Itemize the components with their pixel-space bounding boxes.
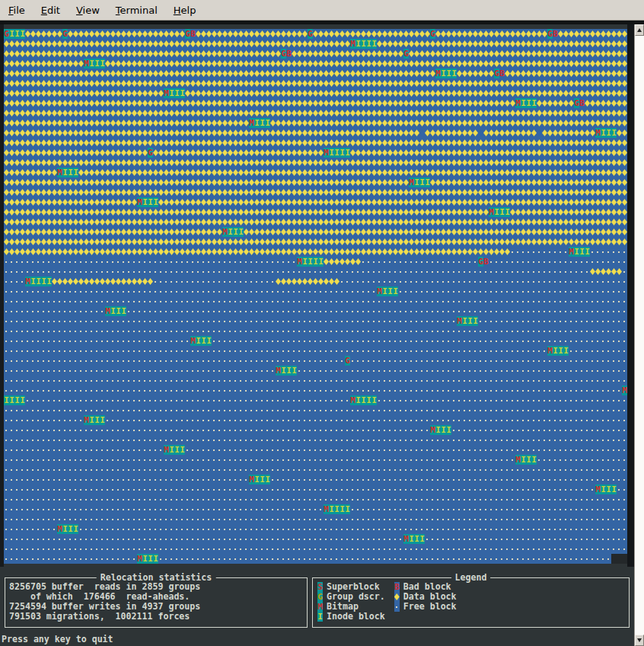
map-row — [4, 494, 627, 504]
map-row: MIII — [4, 88, 627, 98]
map-row: MIII — [4, 445, 627, 455]
map-row: MIIII — [4, 39, 627, 49]
map-row: MIII — [4, 484, 627, 494]
menu-bar: FileEditViewTerminalHelp — [0, 0, 644, 21]
map-row: MIII — [4, 306, 627, 316]
legend-panel: Legend SSuperblockGGroup dscr.MBitmapIIn… — [312, 577, 630, 628]
map-row: MIII — [4, 227, 627, 237]
legend-chip: B — [394, 582, 400, 592]
legend-chip: S — [317, 582, 323, 592]
legend-item-inode-block: IInode block — [317, 612, 385, 622]
map-row — [4, 78, 627, 88]
map-row: MIIIGB — [4, 69, 627, 78]
scroll-up-icon — [637, 28, 642, 32]
menu-item-help[interactable]: Help — [171, 3, 199, 18]
map-row: MIII — [4, 177, 627, 187]
scroll-down-button[interactable] — [635, 635, 644, 646]
legend-chip — [394, 602, 400, 612]
map-row: MIII — [4, 534, 627, 544]
map-row: MIIIIGB — [4, 257, 627, 267]
map-row: MIII — [4, 118, 627, 128]
legend-item-free-block: Free block — [394, 602, 457, 612]
map-row — [4, 267, 627, 277]
map-row — [4, 138, 627, 148]
legend-chip: M — [317, 602, 323, 612]
map-row: MIIIGB — [4, 98, 627, 108]
map-row — [4, 108, 627, 118]
map-row: MIII — [4, 455, 627, 465]
menu-item-edit[interactable]: Edit — [39, 3, 62, 18]
map-row — [4, 217, 627, 227]
map-row: MIII — [4, 475, 627, 484]
map-row — [4, 514, 627, 524]
map-row: MIII — [4, 247, 627, 257]
map-row: GBG — [4, 49, 627, 59]
map-row: GMIIII — [4, 148, 627, 158]
map-row: MIII — [4, 316, 627, 326]
map-row — [4, 326, 627, 336]
map-row: MIII — [4, 286, 627, 296]
map-row — [4, 465, 627, 475]
menu-item-terminal[interactable]: Terminal — [113, 3, 160, 18]
map-right-border — [627, 24, 634, 567]
map-row: MIII — [4, 128, 627, 138]
legend-label: Free block — [403, 602, 457, 612]
map-row: MIII — [4, 336, 627, 346]
map-row: MIII — [4, 346, 627, 356]
map-row: G — [4, 356, 627, 366]
stats-line-migrations: 791503 migrations, 1002111 forces — [9, 612, 307, 622]
legend-chip: G — [317, 592, 323, 602]
map-row: MIII — [4, 207, 627, 217]
scroll-up-button[interactable] — [635, 24, 644, 36]
map-row: MIII — [4, 366, 627, 376]
stats-panel: Relocation statistics 8256705 buffer rea… — [5, 577, 308, 628]
map-row — [4, 435, 627, 445]
map-row — [4, 187, 627, 197]
map-row: MIIII — [4, 277, 627, 286]
menu-item-view[interactable]: View — [74, 3, 102, 18]
map-row: MIII — [4, 425, 627, 435]
map-row: MIII — [4, 59, 627, 69]
map-row: MIII — [4, 554, 627, 564]
map-row: M — [4, 385, 627, 395]
map-row: MIII — [4, 197, 627, 207]
map-row: MIII — [4, 524, 627, 534]
map-row — [4, 376, 627, 385]
map-row: MIII — [4, 415, 627, 425]
map-row: IIIIMIIII — [4, 395, 627, 405]
map-row: MIII — [4, 168, 627, 177]
scrollbar[interactable] — [634, 24, 644, 646]
block-map: GIIIGGBGGGBMIIIIGBGMIIIMIIIGBMIIIMIIIGBM… — [4, 29, 627, 564]
map-row: MIIII — [4, 504, 627, 514]
map-row — [4, 544, 627, 554]
map-row — [4, 158, 627, 168]
map-row — [4, 405, 627, 415]
map-row: GIIIGGBGGGB — [4, 29, 627, 39]
legend-chip — [394, 592, 400, 602]
map-row — [4, 237, 627, 247]
legend-chip: I — [317, 612, 323, 622]
legend-label: Inode block — [327, 612, 385, 622]
status-line: Press any key to quit — [2, 634, 113, 644]
scroll-down-icon — [637, 638, 642, 642]
stats-title: Relocation statistics — [97, 572, 216, 583]
legend-column-left: SSuperblockGGroup dscr.MBitmapIInode blo… — [317, 582, 385, 622]
legend-column-right: BBad blockData blockFree block — [394, 582, 457, 622]
menu-item-file[interactable]: File — [6, 3, 27, 18]
legend-title: Legend — [451, 572, 491, 583]
map-row — [4, 296, 627, 306]
